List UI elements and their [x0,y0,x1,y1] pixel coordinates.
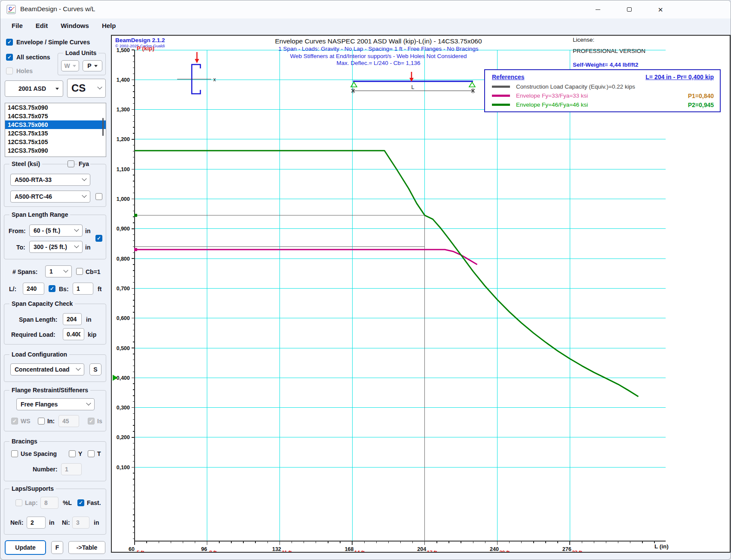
close-button[interactable]: ✕ [655,4,666,15]
section-list-item[interactable]: 14CS3.75x090 [5,103,106,112]
bracing-t-checkbox[interactable] [88,450,95,457]
required-load-input[interactable] [63,328,84,340]
svg-text:14 ft: 14 ft [354,550,365,552]
legend-swatch-icon [492,104,510,106]
bracing-y-label: Y [78,450,82,457]
span-length-range-group: Span Length Range From: 60 - (5 ft.) in … [4,215,106,259]
svg-text:23 ft: 23 ft [572,550,582,552]
p2-marker [134,214,137,217]
section-listbox[interactable]: 14CS3.75x09014CS3.75x07514CS3.75x06012CS… [5,103,106,157]
table-button[interactable]: ->Table [68,541,105,554]
maximize-icon [627,7,632,12]
section-list-item[interactable]: 14CS3.75x075 [5,112,106,120]
section-family-select[interactable]: CS [67,79,106,98]
in-checkbox[interactable] [38,418,45,425]
span-length-input[interactable] [63,313,82,325]
cb1-checkbox[interactable] [76,268,83,275]
use-spacing-checkbox[interactable] [11,450,18,457]
maximize-button[interactable] [624,4,635,15]
steel-grade-1-select[interactable]: A500-RTA-33 [10,174,90,186]
from-unit-label: in [85,228,90,234]
scrollbar-thumb[interactable] [102,118,104,136]
steel-grade-2-checkbox[interactable] [95,193,102,200]
legend-row-0: Construction Load Capacity (Equiv.)=0.22… [492,82,714,91]
all-sections-checkbox[interactable] [6,54,13,61]
in-input[interactable] [58,415,79,427]
chevron-down-icon [82,176,86,181]
fya-checkbox[interactable] [68,160,74,167]
caret-down-icon [73,65,76,67]
code-standard-select[interactable]: 2001 ASD [5,80,63,97]
cb1-label: Cb=1 [86,268,101,275]
ws-checkbox[interactable] [11,418,18,425]
chart-subtitle-3: Max. Deflec.= L/240 - Cb= 1,136 [232,60,525,66]
legend-label: Envelope Fy=46/Fya=46 ksi [516,102,588,108]
reference-point-label: L= 204 in - Pr= 0,400 kip [645,74,714,80]
legend-swatch-icon [492,86,510,88]
fast-label: Fast. [87,499,101,506]
flange-restraint-select[interactable]: Free Flanges [16,398,95,410]
svg-text:1,400: 1,400 [117,77,130,83]
references-link[interactable]: References [492,74,525,80]
deflection-limit-input[interactable] [23,283,44,295]
f-button[interactable]: F [51,541,63,554]
bracing-t-label: T [97,450,101,457]
chart-subtitle-2: Web Stiffeners at End/Interior support/s… [232,53,525,59]
section-list-item[interactable]: 12CS3.75x090 [5,146,106,155]
span-length-range-title: Span Length Range [9,211,70,218]
bracings-group: Bracings Use Spacing Y T Number: [4,441,106,481]
num-spans-select[interactable]: 1 [45,265,72,277]
svg-text:0,900: 0,900 [117,226,130,232]
bs-input[interactable] [73,283,93,295]
menu-item-edit[interactable]: Edit [36,22,48,29]
steel-grade-2-select[interactable]: A500-RTC-46 [10,191,90,203]
steel-grade-1-value: A500-RTA-33 [15,176,52,183]
span-range-checkbox[interactable] [95,235,102,242]
menu-item-file[interactable]: File [12,22,23,29]
lap-checkbox[interactable] [15,499,22,506]
chart-panel: 1,5001,4001,3001,2001,1001,0000,9000,800… [111,35,731,553]
bs-checkbox[interactable] [49,285,55,292]
section-family-value: CS [71,82,86,94]
svg-text:276: 276 [562,546,571,552]
holes-checkbox[interactable] [6,68,13,74]
chevron-down-icon [74,243,79,248]
load-units-w-button[interactable]: W [61,60,79,71]
nei-input[interactable] [27,517,46,529]
svg-text:1,300: 1,300 [117,107,130,113]
steel-grade-2-value: A500-RTC-46 [15,193,52,200]
bs-label: Bs: [59,286,69,292]
nei-unit-label: in [49,519,54,526]
menu-item-windows[interactable]: Windows [61,22,89,29]
update-button[interactable]: Update [5,540,46,555]
menu-item-help[interactable]: Help [102,22,116,29]
section-list-item[interactable]: 14CS3.75x060 [5,120,106,129]
lap-input[interactable] [40,497,58,509]
load-units-title: Load Units [63,49,98,56]
legend-value: P2=0,945 [688,102,714,108]
svg-text:17 ft: 17 ft [427,550,437,552]
caret-down-icon [55,88,59,90]
close-icon: ✕ [658,6,663,13]
envelope-simple-curves-checkbox[interactable] [6,39,13,46]
bracing-number-input[interactable] [61,463,82,475]
s-button[interactable]: S [89,363,101,375]
laps-supports-group: Laps/Supports Lap: %L Fast. Ne/i: in Ni:… [4,489,106,535]
section-list-item[interactable]: 12CS3.75x105 [5,138,106,146]
ni-input[interactable] [72,517,89,529]
section-list-item[interactable]: 12CS3.75x135 [5,129,106,138]
load-units-p-button[interactable]: P [83,60,102,71]
span-capacity-check-title: Span Capacity Check [9,300,75,307]
span-to-select[interactable]: 300 - (25 ft.) [29,241,83,253]
bracing-y-checkbox[interactable] [69,450,76,457]
minimize-button[interactable] [592,4,603,15]
span-capacity-check-group: Span Capacity Check Span Length: in Requ… [4,304,106,345]
fast-checkbox[interactable] [77,499,84,506]
span-from-select[interactable]: 60 - (5 ft.) [29,225,83,237]
nei-label: Ne/i: [10,519,23,526]
is-checkbox[interactable] [88,418,95,425]
load-configuration-select[interactable]: Concentrated Load [10,363,84,375]
chart-subtitle-1: 1 Span - Loads: Gravity - No Lap - Spaci… [232,46,525,52]
span-length-label: Span Length: [19,316,57,323]
svg-text:1,100: 1,100 [117,166,130,172]
